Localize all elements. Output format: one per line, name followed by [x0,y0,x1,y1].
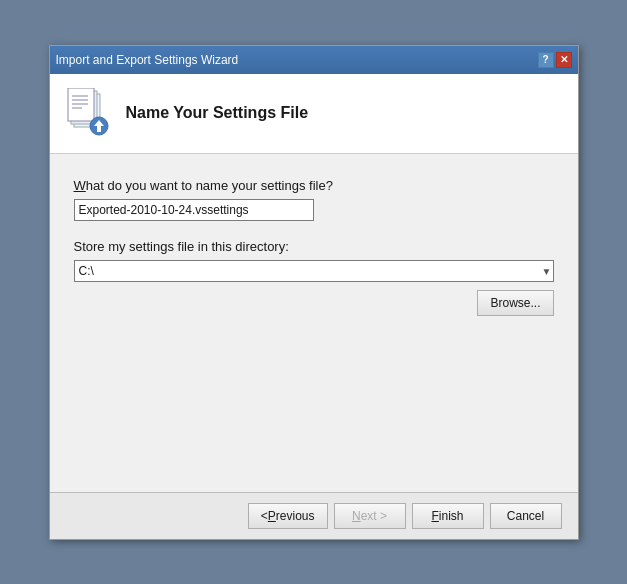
previous-button[interactable]: < Previous [248,503,328,529]
directory-select-wrapper: C:\ ▼ [74,260,554,282]
filename-input[interactable] [74,199,314,221]
cancel-button[interactable]: Cancel [490,503,562,529]
browse-row: Browse... [74,290,554,316]
help-button[interactable]: ? [538,52,554,68]
wizard-icon [66,88,110,138]
title-bar-buttons: ? ✕ [538,52,572,68]
spacer [74,316,554,476]
title-bar: Import and Export Settings Wizard ? ✕ [50,46,578,74]
window-title: Import and Export Settings Wizard [56,53,239,67]
dialog-window: Import and Export Settings Wizard ? ✕ [49,45,579,540]
browse-button[interactable]: Browse... [477,290,553,316]
filename-label: What do you want to name your settings f… [74,178,554,193]
header-section: Name Your Settings File [50,74,578,154]
header-title: Name Your Settings File [126,104,309,122]
directory-select[interactable]: C:\ [74,260,554,282]
directory-section: Store my settings file in this directory… [74,239,554,316]
close-button[interactable]: ✕ [556,52,572,68]
content-section: What do you want to name your settings f… [50,154,578,492]
directory-row: C:\ ▼ [74,260,554,282]
next-button: Next > [334,503,406,529]
directory-label: Store my settings file in this directory… [74,239,554,254]
finish-button[interactable]: Finish [412,503,484,529]
bottom-bar: < Previous Next > Finish Cancel [50,492,578,539]
